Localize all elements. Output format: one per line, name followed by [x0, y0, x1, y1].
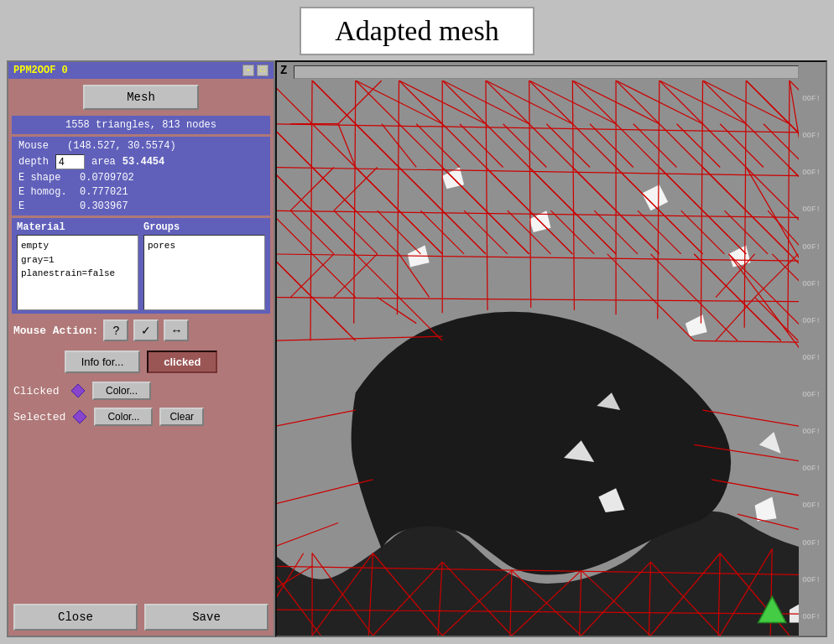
- svg-marker-0: [71, 384, 85, 397]
- clear-btn[interactable]: Clear: [159, 408, 204, 426]
- mouse-action-row: Mouse Action: ? ✓ ↔: [8, 316, 274, 345]
- action-check-btn[interactable]: ✓: [133, 319, 159, 341]
- material-col: Material empty gray=1 planestrain=false: [17, 221, 138, 310]
- e-value: 0.303967: [80, 200, 128, 212]
- mesh-svg: [277, 80, 799, 636]
- material-groups-section: Material empty gray=1 planestrain=false …: [12, 218, 270, 314]
- clicked-color-row: Clicked Color...: [8, 379, 274, 402]
- window-title: PPM2OOF 0: [13, 65, 68, 76]
- titlebar-controls: - □: [242, 65, 268, 76]
- info-for-row: Info for... clicked: [8, 347, 274, 377]
- clicked-color-btn[interactable]: Color...: [92, 382, 151, 400]
- area-value: 53.4454: [122, 156, 164, 168]
- stats-box: 1558 triangles, 813 nodes: [12, 116, 270, 134]
- mouse-action-label: Mouse Action:: [13, 325, 98, 337]
- maximize-btn[interactable]: □: [257, 65, 268, 76]
- clicked-diamond-icon: [70, 383, 86, 398]
- mouse-row: Mouse (148.527, 30.5574): [18, 140, 263, 152]
- groups-content: pores: [143, 235, 265, 310]
- mouse-label: Mouse: [18, 140, 60, 152]
- e-homog-row: E homog. 0.777021: [18, 186, 263, 198]
- left-panel: PPM2OOF 0 - □ Mesh 1558 triangles, 813 n…: [7, 60, 275, 637]
- bottom-buttons: Close Save: [8, 599, 274, 636]
- action-move-btn[interactable]: ↔: [164, 319, 189, 341]
- oof-watermark: OOF!OOF!OOF!OOF!OOF! OOF!OOF!OOF!OOF!OOF…: [799, 80, 824, 636]
- selected-color-row: Selected Color... Clear: [8, 405, 274, 428]
- e-homog-value: 0.777021: [80, 186, 128, 198]
- title-banner: Adapted mesh: [300, 7, 534, 55]
- depth-area-row: depth area 53.4454: [18, 154, 263, 169]
- selected-diamond-icon: [72, 409, 87, 424]
- svg-marker-1: [73, 410, 86, 423]
- e-shape-row: E shape 0.0709702: [18, 172, 263, 184]
- mesh-button[interactable]: Mesh: [83, 85, 199, 110]
- groups-header: Groups: [143, 221, 265, 233]
- selected-color-btn[interactable]: Color...: [94, 408, 153, 426]
- groups-col: Groups pores: [143, 221, 265, 310]
- save-btn[interactable]: Save: [144, 604, 268, 631]
- title-text: Adapted mesh: [300, 7, 534, 55]
- mesh-canvas: Z OOF!OOF!OOF!OOF!OOF! OOF!OOF!OOF!OOF!O…: [275, 60, 827, 637]
- mouse-coords: (148.527, 30.5574): [67, 140, 176, 152]
- horizontal-scrollbar[interactable]: [294, 65, 799, 79]
- z-label: Z: [280, 64, 287, 77]
- area-label: area: [91, 156, 116, 168]
- action-question-btn[interactable]: ?: [103, 319, 128, 341]
- depth-label: depth: [18, 156, 49, 168]
- mesh-button-row: Mesh: [8, 81, 274, 113]
- clicked-color-label: Clicked: [13, 385, 64, 397]
- minimize-btn[interactable]: -: [242, 65, 254, 76]
- e-shape-value: 0.0709702: [80, 172, 134, 184]
- window-titlebar: PPM2OOF 0 - □: [8, 62, 274, 79]
- close-btn[interactable]: Close: [13, 604, 138, 631]
- depth-input[interactable]: [55, 154, 85, 169]
- clicked-btn[interactable]: clicked: [147, 351, 217, 373]
- e-row: E 0.303967: [18, 200, 263, 212]
- info-section: Mouse (148.527, 30.5574) depth area 53.4…: [12, 137, 270, 216]
- e-shape-label: E shape: [18, 172, 73, 184]
- selected-color-label: Selected: [13, 411, 65, 423]
- main-area: PPM2OOF 0 - □ Mesh 1558 triangles, 813 n…: [7, 60, 827, 637]
- e-homog-label: E homog.: [18, 186, 73, 198]
- app-frame: Adapted mesh PPM2OOF 0 - □ Mesh 1558 tri…: [0, 0, 834, 644]
- info-for-btn[interactable]: Info for...: [65, 351, 141, 373]
- e-label: E: [18, 200, 73, 212]
- material-header: Material: [17, 221, 138, 233]
- material-content: empty gray=1 planestrain=false: [17, 235, 138, 310]
